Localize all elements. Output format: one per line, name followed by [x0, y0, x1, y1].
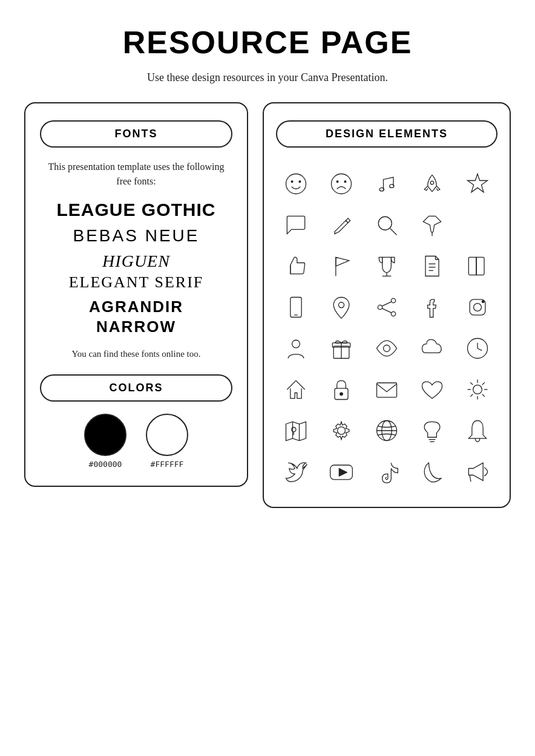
svg-point-24 [391, 298, 395, 302]
phone-icon [276, 289, 317, 325]
svg-rect-42 [376, 383, 396, 397]
colors-label: COLORS [40, 374, 232, 402]
eye-icon [367, 330, 407, 367]
globe-icon [367, 412, 407, 449]
twitter-icon [276, 454, 317, 490]
right-panel: DESIGN ELEMENTS [263, 102, 511, 508]
person-icon [276, 330, 317, 367]
fonts-label: FONTS [40, 120, 232, 148]
map-icon [276, 412, 317, 449]
svg-point-5 [344, 181, 346, 183]
bell-icon [457, 412, 497, 449]
svg-point-25 [391, 311, 395, 316]
svg-point-3 [332, 174, 352, 194]
swatch-circle-white [146, 414, 188, 456]
search-icon [367, 207, 407, 243]
cloud-icon [412, 330, 452, 367]
empty-icon-1 [457, 207, 497, 243]
svg-point-26 [378, 305, 382, 309]
youtube-icon [321, 454, 362, 490]
font-league-gothic: LEAGUE GOTHIC [56, 200, 215, 220]
page-title: RESOURCE PAGE [24, 24, 511, 60]
svg-point-10 [378, 217, 392, 230]
svg-point-31 [482, 301, 484, 303]
moon-icon [412, 454, 452, 490]
svg-point-8 [430, 181, 434, 184]
sad-face-icon [321, 166, 362, 202]
font-bebas-neue: BEBAS NEUE [73, 226, 200, 246]
svg-line-49 [482, 394, 484, 397]
svg-point-36 [383, 345, 390, 352]
lock-icon [321, 371, 362, 408]
svg-point-23 [339, 302, 344, 308]
svg-line-28 [382, 308, 392, 313]
gear-icon [321, 412, 362, 449]
clock-icon [457, 330, 497, 367]
instagram-icon [457, 289, 497, 325]
svg-marker-9 [467, 174, 487, 192]
svg-line-63 [470, 475, 471, 482]
page-subtitle: Use these design resources in your Canva… [24, 71, 511, 84]
location-pin-icon [321, 289, 362, 325]
rocket-icon [412, 166, 452, 202]
lightbulb-icon [412, 412, 452, 449]
fonts-note: You can find these fonts online too. [71, 347, 200, 361]
svg-line-51 [470, 394, 473, 397]
share-icon [367, 289, 407, 325]
svg-point-43 [473, 385, 482, 394]
book-icon [457, 248, 497, 284]
svg-marker-62 [340, 469, 347, 477]
swatch-label-black: #000000 [89, 460, 122, 469]
svg-point-0 [286, 174, 306, 194]
design-elements-label: DESIGN ELEMENTS [276, 120, 497, 148]
svg-point-32 [292, 340, 300, 348]
thumbsup-icon [276, 248, 317, 284]
svg-point-2 [299, 181, 301, 183]
svg-line-11 [390, 229, 396, 235]
flag-icon [321, 248, 362, 284]
document-icon [412, 248, 452, 284]
megaphone-icon [457, 454, 497, 490]
font-elegant-serif: ELEGANT SERIF [69, 273, 204, 292]
tiktok-icon [367, 454, 407, 490]
svg-line-50 [482, 382, 484, 385]
svg-point-1 [292, 181, 294, 183]
gift-icon [321, 330, 362, 367]
envelope-icon [367, 371, 407, 408]
svg-line-27 [382, 302, 392, 306]
color-swatch-white: #FFFFFF [146, 414, 188, 469]
svg-point-41 [340, 393, 343, 396]
svg-point-4 [336, 181, 338, 183]
music-icon [367, 166, 407, 202]
icons-grid [276, 166, 497, 490]
trophy-icon [367, 248, 407, 284]
left-panel: FONTS This presentation template uses th… [24, 102, 248, 487]
pin-icon [412, 207, 452, 243]
svg-line-39 [478, 348, 482, 351]
smile-icon [276, 166, 317, 202]
star-icon [457, 166, 497, 202]
main-content: FONTS This presentation template uses th… [24, 102, 511, 508]
heart-icon [412, 371, 452, 408]
font-agrandir: AGRANDIR [89, 298, 183, 316]
svg-point-55 [338, 427, 346, 435]
color-swatches: #000000 #FFFFFF [40, 414, 232, 469]
swatch-label-white: #FFFFFF [151, 460, 184, 469]
facebook-icon [412, 289, 452, 325]
swatch-circle-black [84, 414, 126, 456]
color-swatch-black: #000000 [84, 414, 126, 469]
font-higuen: HIGUEN [102, 252, 170, 271]
colors-section: COLORS #000000 #FFFFFF [40, 374, 232, 469]
fonts-description: This presentation template uses the foll… [40, 160, 232, 189]
svg-point-54 [292, 428, 296, 432]
pencil-icon [321, 207, 362, 243]
sun-icon [457, 371, 497, 408]
svg-rect-21 [290, 298, 301, 318]
home-icon [276, 371, 317, 408]
chat-bubble-icon [276, 207, 317, 243]
svg-point-30 [473, 304, 481, 311]
svg-line-48 [470, 382, 473, 385]
font-narrow: NARROW [96, 318, 176, 336]
